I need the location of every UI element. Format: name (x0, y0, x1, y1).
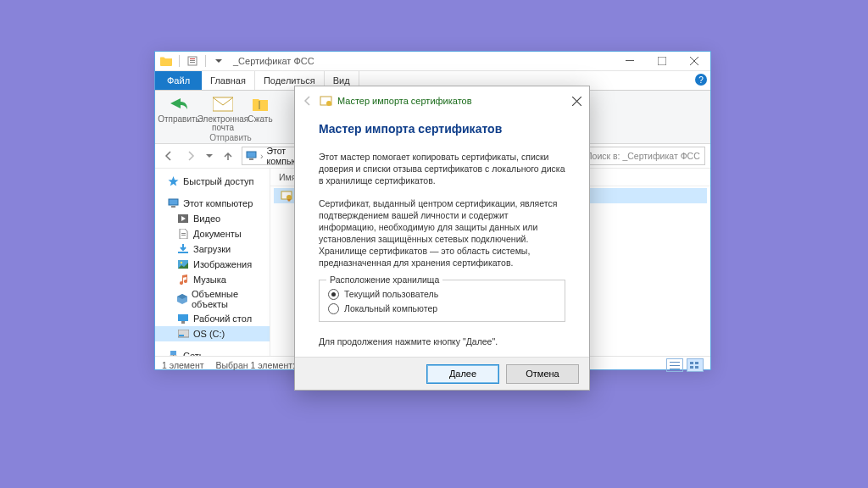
doc-icon (177, 228, 189, 240)
tree-desktop[interactable]: Рабочий стол (155, 311, 270, 326)
ribbon-group-label: Отправить (159, 133, 303, 143)
svg-rect-27 (178, 252, 188, 253)
wizard-heading: Мастер импорта сертификатов (319, 122, 565, 136)
svg-rect-41 (670, 369, 680, 369)
tree-videos[interactable]: Видео (155, 211, 270, 226)
cancel-button[interactable]: Отмена (506, 364, 579, 384)
certificate-import-wizard: Мастер импорта сертификатов Мастер импор… (294, 86, 590, 391)
search-input[interactable]: Поиск в: _Сертификат ФСС (570, 147, 705, 165)
desktop-icon (177, 313, 189, 324)
svg-rect-7 (259, 101, 260, 109)
nav-tree: Быстрый доступ Этот компьютер Видео Доку… (155, 169, 270, 356)
svg-rect-40 (670, 365, 680, 366)
wizard-paragraph-2: Сертификат, выданный центром сертификаци… (319, 197, 565, 269)
properties-icon[interactable] (186, 55, 198, 67)
drive-icon (177, 328, 189, 340)
help-icon[interactable]: ? (695, 74, 707, 86)
nav-back[interactable] (160, 147, 177, 164)
svg-rect-31 (181, 321, 185, 324)
svg-rect-25 (181, 233, 186, 234)
svg-rect-5 (658, 57, 666, 65)
tree-3d-objects[interactable]: Объемные объекты (155, 287, 270, 311)
svg-rect-1 (190, 58, 195, 59)
wizard-close-button[interactable] (570, 95, 582, 107)
back-arrow-icon (302, 95, 314, 107)
ribbon-zip[interactable]: Сжать (247, 92, 274, 132)
svg-rect-2 (190, 60, 195, 61)
download-icon (177, 243, 189, 255)
ribbon-send[interactable]: Отправить (159, 92, 199, 132)
radio-current-user[interactable]: Текущий пользователь (328, 287, 556, 302)
next-button[interactable]: Далее (426, 364, 499, 384)
status-count: 1 элемент (162, 360, 204, 370)
dropdown-icon[interactable] (213, 55, 225, 67)
svg-point-47 (326, 101, 331, 106)
certificate-wizard-icon (319, 94, 332, 108)
view-icons-button[interactable] (687, 358, 704, 372)
network-icon (167, 350, 179, 356)
svg-rect-26 (181, 235, 186, 236)
maximize-button[interactable] (646, 52, 678, 70)
group-legend: Расположение хранилища (326, 274, 442, 285)
image-icon (177, 258, 189, 270)
svg-rect-4 (626, 60, 634, 61)
nav-history[interactable] (204, 147, 214, 164)
radio-icon (328, 289, 339, 300)
zip-icon (248, 94, 272, 114)
view-details-button[interactable] (666, 358, 683, 372)
wizard-header: Мастер импорта сертификатов (295, 86, 589, 115)
store-location-group: Расположение хранилища Текущий пользоват… (319, 280, 565, 322)
svg-rect-43 (695, 362, 698, 364)
cube-icon (177, 293, 187, 305)
email-icon (211, 94, 235, 114)
tree-network[interactable]: Сеть (155, 348, 270, 356)
wizard-header-title: Мастер импорта сертификатов (337, 96, 472, 106)
video-icon (177, 213, 189, 225)
tab-home[interactable]: Главная (202, 71, 255, 90)
tree-this-pc[interactable]: Этот компьютер (155, 196, 270, 211)
svg-rect-44 (690, 366, 693, 369)
svg-rect-3 (190, 62, 195, 63)
certificate-icon (281, 190, 292, 202)
tree-quick-access[interactable]: Быстрый доступ (155, 174, 270, 189)
folder-icon (160, 55, 172, 67)
tree-pictures[interactable]: Изображения (155, 257, 270, 272)
tab-file[interactable]: Файл (155, 71, 202, 90)
share-icon (167, 94, 191, 114)
wizard-footer: Далее Отмена (295, 357, 589, 390)
svg-rect-22 (169, 199, 178, 205)
tree-documents[interactable]: Документы (155, 226, 270, 241)
svg-rect-19 (247, 152, 256, 158)
pc-icon (246, 151, 257, 161)
svg-rect-30 (178, 314, 188, 321)
svg-rect-34 (170, 351, 176, 355)
ribbon-email[interactable]: Электронная почта (203, 92, 243, 132)
titlebar: _Сертификат ФСС (155, 52, 710, 71)
wizard-continue-hint: Для продолжения нажмите кнопку "Далее". (319, 336, 565, 347)
svg-rect-33 (179, 335, 184, 336)
pc-icon (167, 197, 179, 209)
music-icon (177, 274, 189, 286)
wizard-paragraph-1: Этот мастер помогает копировать сертифик… (319, 151, 565, 187)
star-icon (167, 175, 179, 187)
svg-rect-45 (695, 366, 698, 369)
tree-os-c[interactable]: OS (C:) (155, 326, 270, 341)
radio-icon (328, 303, 339, 314)
radio-local-computer[interactable]: Локальный компьютер (328, 302, 556, 316)
svg-rect-39 (670, 362, 680, 363)
close-button[interactable] (678, 52, 710, 70)
svg-point-29 (181, 262, 182, 263)
minimize-button[interactable] (614, 52, 646, 70)
svg-rect-20 (249, 158, 253, 160)
tree-music[interactable]: Музыка (155, 272, 270, 287)
nav-up[interactable] (220, 147, 236, 164)
window-title: _Сертификат ФСС (233, 56, 314, 66)
svg-rect-42 (690, 362, 693, 364)
nav-forward[interactable] (182, 147, 199, 164)
tree-downloads[interactable]: Загрузки (155, 241, 270, 257)
svg-rect-23 (171, 206, 175, 208)
